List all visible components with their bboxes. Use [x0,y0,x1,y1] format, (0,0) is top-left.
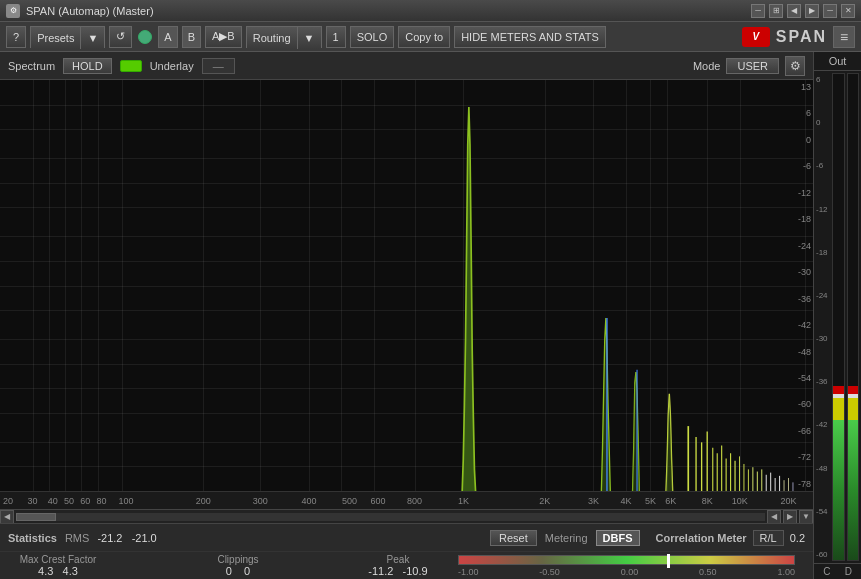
title-text: SPAN (Automap) (Master) [26,5,751,17]
statistics-bar: Statistics RMS -21.2 -21.0 Reset Meterin… [0,523,813,551]
b-button[interactable]: B [182,26,201,48]
main-area: Spectrum HOLD Underlay — Mode USER ⚙ [0,52,861,579]
rl-button[interactable]: R/L [753,530,784,546]
left-panel: Spectrum HOLD Underlay — Mode USER ⚙ [0,52,813,579]
channel-labels: C D [814,563,861,579]
led-indicator [138,30,152,44]
spectrum-label: Spectrum [8,60,55,72]
freq-500: 500 [342,496,357,506]
correlation-meter-visual: -1.00 -0.50 0.00 0.50 1.00 [448,555,805,577]
freq-80: 80 [97,496,107,506]
freq-30: 30 [28,496,38,506]
correlation-scale: -1.00 -0.50 0.00 0.50 1.00 [458,567,795,577]
freq-200: 200 [196,496,211,506]
routing-button[interactable]: Routing [247,27,298,49]
out-label: Out [814,52,861,71]
presets-dropdown[interactable]: ▼ [81,27,104,49]
max-crest-stat: Max Crest Factor 4.3 4.3 [8,554,108,577]
scrollbar-track[interactable] [16,513,765,521]
routing-group: Routing ▼ [246,26,322,48]
freq-40: 40 [48,496,58,506]
reset-button[interactable]: Reset [490,530,537,546]
freq-100: 100 [118,496,133,506]
spectrum-header: Spectrum HOLD Underlay — Mode USER ⚙ [0,52,813,80]
correlation-bar [458,555,795,565]
scroll-left-button[interactable]: ◀ [0,510,14,524]
freq-10k: 10K [732,496,748,506]
underlay-value: — [202,58,235,74]
freq-2k: 2K [539,496,550,506]
meter-area: 60-6-12-18 -24-30-36-42-48 -54-60 [814,71,861,563]
statistics-label: Statistics [8,532,57,544]
freq-5k: 5K [645,496,656,506]
a-button[interactable]: A [158,26,177,48]
toolbar: ? Presets ▼ ↺ A B A▶B Routing ▼ 1 SOLO C… [0,22,861,52]
settings-button[interactable]: ⚙ [785,56,805,76]
window-max-button[interactable]: ─ [823,4,837,18]
mode-button[interactable]: USER [726,58,779,74]
freq-8k: 8K [702,496,713,506]
ab-copy-button[interactable]: A▶B [205,26,242,48]
peak-stat: Peak -11.2 -10.9 [348,554,448,577]
freq-800: 800 [407,496,422,506]
frequency-scale: 20 30 40 50 60 80 100 200 300 400 500 60… [0,491,813,509]
freq-3k: 3K [588,496,599,506]
freq-4k: 4K [620,496,631,506]
corr-scale-1: 1.00 [777,567,795,577]
close-button[interactable]: ✕ [841,4,855,18]
clippings-stat: Clippings 0 0 [188,554,288,577]
correlation-section: Correlation Meter R/L 0.2 [656,530,806,546]
freq-600: 600 [371,496,386,506]
ch-c-label: C [823,566,830,577]
menu-button[interactable]: ≡ [833,26,855,48]
channel-button[interactable]: 1 [326,26,346,48]
title-bar: ⚙ SPAN (Automap) (Master) ─ ⊞ ◀ ▶ ─ ✕ [0,0,861,22]
scroll-nav: ◀ ▶ ▼ [767,510,813,524]
scroll-nav-left[interactable]: ◀ [767,510,781,524]
freq-20k: 20K [781,496,797,506]
correlation-value: 0.2 [790,532,805,544]
routing-dropdown[interactable]: ▼ [298,27,321,49]
freq-6k: 6K [665,496,676,506]
freq-300: 300 [253,496,268,506]
corr-scale-neg1: -1.00 [458,567,479,577]
scroll-nav-right[interactable]: ▶ [783,510,797,524]
presets-group: Presets ▼ [30,26,105,48]
freq-1k: 1K [458,496,469,506]
metering-label: Metering [545,532,588,544]
copy-to-button[interactable]: Copy to [398,26,450,48]
meter-bar-right [847,73,860,561]
ch-d-label: D [845,566,852,577]
freq-400: 400 [301,496,316,506]
hold-button[interactable]: HOLD [63,58,112,74]
logo-text: SPAN [776,28,827,46]
nav-forward-button[interactable]: ▶ [805,4,819,18]
rms-values: -21.2 -21.0 [97,532,156,544]
presets-button[interactable]: Presets [31,27,81,49]
corr-scale-neg05: -0.50 [539,567,560,577]
meter-bars [832,73,859,561]
corr-scale-05: 0.50 [699,567,717,577]
hide-meters-button[interactable]: HIDE METERS AND STATS [454,26,606,48]
reset-button[interactable]: ↺ [109,26,132,48]
minimize-button[interactable]: ─ [751,4,765,18]
nav-back-button[interactable]: ◀ [787,4,801,18]
scrollbar-area: ◀ ◀ ▶ ▼ [0,509,813,523]
mode-label: Mode [693,60,721,72]
underlay-label: Underlay [150,60,194,72]
active-led [120,60,142,72]
logo-icon: V [742,27,770,47]
solo-button[interactable]: SOLO [350,26,395,48]
scrollbar-thumb[interactable] [16,513,56,521]
scroll-nav-down[interactable]: ▼ [799,510,813,524]
spectrum-display[interactable]: 1360-6-12 -18-24-30-36-42 -48-54-60-66-7… [0,80,813,491]
dbfs-button[interactable]: DBFS [596,530,640,546]
freq-20: 20 [3,496,13,506]
help-button[interactable]: ? [6,26,26,48]
spectrum-visualization [0,80,813,491]
freq-50: 50 [64,496,74,506]
out-meter-panel: Out 60-6-12-18 -24-30-36-42-48 -54-60 [813,52,861,579]
grid-button[interactable]: ⊞ [769,4,783,18]
rms-label: RMS [65,532,89,544]
correlation-indicator [667,554,670,568]
